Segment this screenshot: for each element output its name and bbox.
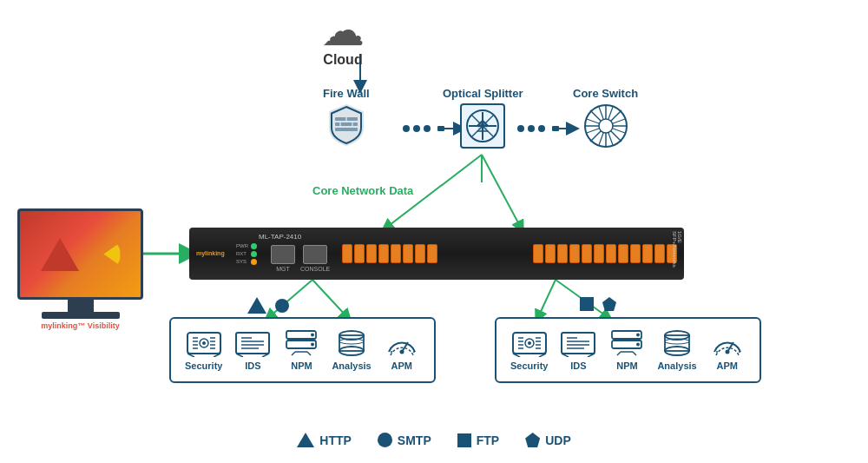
tool-security-left: Security — [185, 329, 222, 371]
svg-point-110 — [725, 350, 729, 354]
svg-point-65 — [311, 334, 314, 337]
legend-udp-label: UDP — [545, 433, 571, 447]
device-right-label: 1G/E SFP+/Networks — [672, 231, 682, 280]
svg-point-8 — [538, 125, 545, 132]
firewall-label: Fire Wall — [323, 87, 370, 100]
right-box-markers — [580, 297, 616, 311]
ids-icon-left — [234, 329, 271, 357]
analysis-icon-right — [659, 329, 695, 357]
cloud-group: ☁ Cloud — [321, 9, 365, 68]
svg-rect-21 — [335, 128, 358, 131]
svg-point-1 — [403, 125, 410, 132]
svg-point-42 — [599, 119, 613, 133]
tool-security-right: Security — [510, 329, 548, 371]
left-circle-marker — [275, 299, 289, 313]
tool-npm-left: NPM — [283, 329, 319, 371]
ids-icon-right — [560, 329, 596, 357]
svg-line-16 — [312, 280, 347, 317]
tool-analysis-left-label: Analysis — [332, 360, 371, 371]
console-port-group: CONSOLE — [300, 236, 330, 272]
legend-square-icon — [457, 433, 471, 447]
tool-apm-right: APM — [709, 329, 746, 371]
svg-point-80 — [528, 341, 531, 345]
monitor-triangle — [41, 238, 79, 271]
right-pentagon-marker — [602, 297, 616, 311]
svg-point-2 — [413, 125, 420, 132]
tool-ids-left: IDS — [234, 329, 271, 371]
svg-line-12 — [482, 155, 521, 228]
svg-line-69 — [307, 352, 311, 355]
tool-ids-left-label: IDS — [245, 360, 260, 371]
firewall-icon — [326, 103, 366, 147]
svg-rect-56 — [236, 333, 269, 354]
svg-point-3 — [424, 125, 431, 132]
left-triangle-marker — [247, 297, 266, 314]
svg-point-45 — [202, 341, 206, 345]
splitter-label: Optical Splitter — [443, 87, 523, 100]
apm-icon-right — [709, 329, 746, 357]
legend: HTTP SMTP FTP UDP — [0, 433, 868, 447]
svg-line-104 — [633, 352, 636, 355]
cloud-icon: ☁ — [321, 9, 365, 52]
tool-npm-right: NPM — [608, 329, 645, 371]
tool-ids-right: IDS — [560, 329, 596, 371]
legend-triangle-icon — [297, 433, 314, 447]
core-network-label: Core Network Data — [312, 184, 413, 197]
network-device: mylinking PWR RXT SYS ML-TAP-2410 MGT — [189, 228, 684, 280]
splitter-group: Optical Splitter — [443, 87, 523, 149]
mgt-port-group: MGT — [271, 236, 295, 272]
sfp-right-group — [533, 244, 677, 263]
switch-icon — [583, 103, 628, 149]
npm-icon-right — [608, 329, 645, 357]
right-square-marker — [580, 297, 594, 311]
monitor-stand — [68, 300, 94, 312]
svg-point-100 — [636, 334, 640, 337]
switch-label: Core Switch — [573, 87, 638, 100]
svg-point-101 — [636, 343, 640, 347]
legend-circle-icon — [378, 433, 392, 447]
svg-rect-9 — [552, 126, 559, 131]
diagram: ☁ Cloud Fire Wall Optical Splitter — [0, 0, 868, 463]
svg-line-103 — [617, 352, 621, 355]
legend-ftp-label: FTP — [477, 433, 499, 447]
tool-analysis-left: Analysis — [332, 329, 371, 371]
splitter-icon — [460, 103, 505, 149]
svg-rect-20 — [335, 122, 358, 126]
analysis-icon-left — [333, 329, 370, 357]
npm-icon-left — [283, 329, 319, 357]
tool-apm-right-label: APM — [716, 360, 737, 371]
legend-ftp: FTP — [457, 433, 499, 447]
security-icon-left — [186, 329, 222, 357]
tool-analysis-right: Analysis — [657, 329, 696, 371]
left-tool-box: Security IDS — [169, 317, 436, 383]
tool-apm-left: APM — [384, 329, 420, 371]
legend-pentagon-icon — [525, 433, 540, 447]
tool-security-left-label: Security — [185, 360, 222, 371]
device-model: ML-TAP-2410 — [259, 233, 301, 241]
tool-security-right-label: Security — [510, 360, 548, 371]
monitor-group: mylinking™ Visibility — [17, 208, 143, 330]
tool-npm-left-label: NPM — [291, 360, 312, 371]
left-box-markers — [247, 297, 289, 314]
svg-line-17 — [538, 280, 556, 317]
monitor-base — [42, 312, 120, 319]
monitor-screen — [17, 208, 143, 300]
legend-udp: UDP — [525, 433, 571, 447]
firewall-group: Fire Wall — [323, 87, 370, 147]
device-leds: PWR RXT SYS — [236, 243, 257, 265]
legend-http-label: HTTP — [319, 433, 352, 447]
legend-http: HTTP — [297, 433, 352, 447]
svg-point-75 — [399, 350, 404, 354]
sfp-left-group — [342, 244, 437, 263]
legend-smtp: SMTP — [378, 433, 431, 447]
monitor-label: mylinking™ Visibility — [17, 321, 143, 330]
monitor-pacman — [88, 238, 121, 271]
switch-group: Core Switch — [573, 87, 638, 149]
svg-point-7 — [528, 125, 535, 132]
right-tool-box: Security IDS — [495, 317, 761, 383]
security-icon-right — [511, 329, 548, 357]
tool-npm-right-label: NPM — [616, 360, 637, 371]
legend-smtp-label: SMTP — [398, 433, 431, 447]
svg-line-68 — [292, 352, 295, 355]
device-brand: mylinking — [196, 249, 225, 257]
